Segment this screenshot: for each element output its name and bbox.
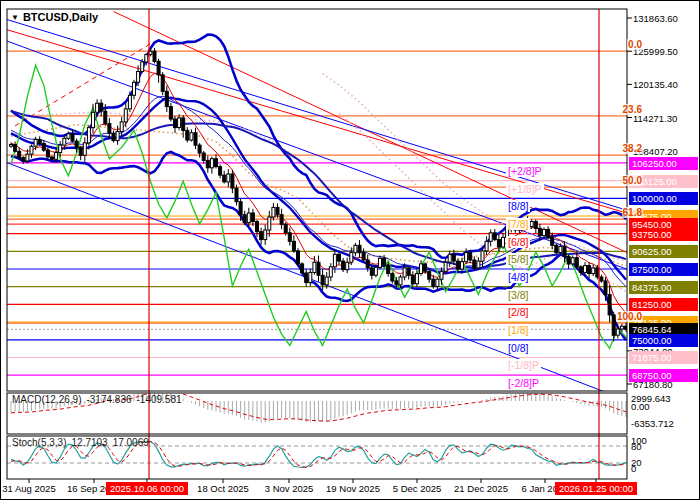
murrey-level-label: [2/8] <box>506 306 530 318</box>
price-axis-label: 120135.40 <box>633 79 678 90</box>
chart-surface[interactable] <box>1 1 699 499</box>
fibo-level-label: 61.8 <box>622 207 643 218</box>
macd-indicator-label: MACD(12,26,9)-3174.836-1409.581 <box>12 394 187 405</box>
chart-window: ▼BTCUSD,Daily MACD(12,26,9)-3174.836-140… <box>0 0 700 500</box>
stoch-name: Stoch(5,3,3) <box>12 437 66 448</box>
murrey-level-label: [+2/8]P <box>506 165 544 177</box>
price-level-label: 100000.00 <box>629 192 698 205</box>
murrey-level-label: [8/8] <box>506 200 530 212</box>
fibo-level-label: 100.0 <box>616 311 643 322</box>
price-level-label: 81250.00 <box>629 298 698 311</box>
stoch-axis-label: 0 <box>631 463 636 474</box>
murrey-level-label: [5/8] <box>506 253 530 265</box>
murrey-level-label: [-1/8]P <box>506 359 541 371</box>
fibo-level-label: 0.0 <box>627 39 643 50</box>
murrey-level-label: [4/8] <box>506 271 530 283</box>
murrey-level-label: [3/8] <box>506 289 530 301</box>
date-event-label: 2026.01.25 00:00 <box>555 482 637 495</box>
macd-name: MACD(12,26,9) <box>12 394 81 405</box>
stoch-indicator-label: Stoch(5,3,3)12.710317.0069 <box>12 437 154 448</box>
symbol-text: BTCUSD,Daily <box>23 11 98 23</box>
date-axis-label: 21 Dec 2025 <box>454 483 508 494</box>
murrey-level-label: [0/8] <box>506 342 530 354</box>
murrey-level-label: [1/8] <box>506 324 530 336</box>
chevron-down-icon[interactable]: ▼ <box>11 13 19 22</box>
macd-axis-label: -6353.712 <box>631 418 674 429</box>
murrey-level-label: [-2/8]P <box>506 377 541 389</box>
stoch-axis-label: 80 <box>631 441 642 452</box>
price-axis-label: 131863.60 <box>633 13 678 24</box>
price-level-label: 68750.00 <box>629 369 698 382</box>
price-level-label: 71875.00 <box>629 351 698 364</box>
fibo-level-label: 23.6 <box>622 104 643 115</box>
fibo-level-label: 38.2 <box>622 143 643 154</box>
price-level-label: 87500.00 <box>629 263 698 276</box>
murrey-level-label: [7/8] <box>506 218 530 230</box>
date-axis-label: 3 Nov 2025 <box>265 483 314 494</box>
date-axis-label: 18 Oct 2025 <box>197 483 249 494</box>
fibo-level-label: 50.0 <box>622 175 643 186</box>
stoch-value-d: 17.0069 <box>113 437 149 448</box>
date-axis-label: 31 Aug 2025 <box>2 483 55 494</box>
price-level-label: 93750.00 <box>629 228 698 241</box>
murrey-level-label: [6/8] <box>506 236 530 248</box>
murrey-level-label: [+1/8]P <box>506 183 544 195</box>
macd-axis-label: 0.00 <box>631 401 650 412</box>
price-level-label: 106250.00 <box>629 157 698 170</box>
date-axis-label: 19 Nov 2025 <box>326 483 380 494</box>
macd-value-signal: -1409.581 <box>137 394 182 405</box>
macd-value-main: -3174.836 <box>86 394 131 405</box>
date-axis-label: 5 Dec 2025 <box>393 483 442 494</box>
stoch-value-k: 12.7103 <box>71 437 107 448</box>
symbol-timeframe-label: ▼BTCUSD,Daily <box>11 11 98 23</box>
price-level-label: 90625.00 <box>629 245 698 258</box>
price-level-label: 75000.00 <box>629 334 698 347</box>
date-event-label: 2025.10.06 00:00 <box>106 482 188 495</box>
price-level-label: 84375.00 <box>629 281 698 294</box>
